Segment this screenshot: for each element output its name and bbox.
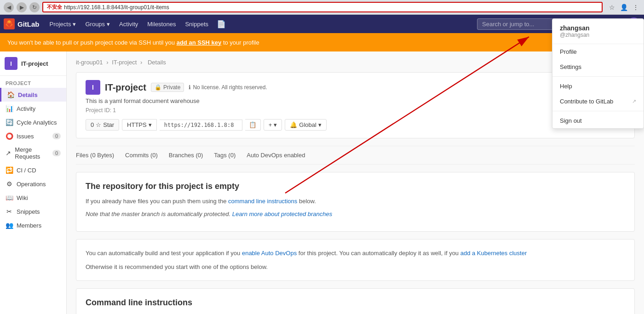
stat-tags[interactable]: Tags (0) bbox=[214, 152, 236, 159]
nav-icon-docs[interactable]: 📄 bbox=[213, 15, 230, 33]
global-button[interactable]: 🔔 Global ▾ bbox=[285, 119, 327, 131]
enable-autodevops-link[interactable]: enable Auto DevOps bbox=[242, 250, 297, 257]
operations-icon: ⚙ bbox=[6, 180, 13, 188]
dropdown-help-item[interactable]: Help bbox=[552, 79, 644, 94]
dropdown-signout-item[interactable]: Sign out bbox=[552, 113, 644, 128]
issues-icon: ⭕ bbox=[6, 132, 13, 140]
sidebar-item-ci-cd[interactable]: 🔁 CI / CD bbox=[0, 163, 66, 177]
milestones-nav-item[interactable]: Milestones bbox=[143, 15, 180, 33]
stats-bar: Files (0 Bytes) Commits (0) Branches (0)… bbox=[76, 146, 635, 165]
ssh-warning-banner: You won't be able to pull or push projec… bbox=[0, 33, 644, 51]
groups-chevron: ▾ bbox=[107, 21, 110, 28]
external-link-icon: ↗ bbox=[632, 98, 636, 104]
stat-files[interactable]: Files (0 Bytes) bbox=[76, 152, 114, 159]
sidebar-project-name: IT-project bbox=[21, 60, 48, 67]
license-badge: ℹ No license. All rights reserved. bbox=[189, 84, 267, 91]
groups-nav-item[interactable]: Groups ▾ bbox=[80, 15, 115, 33]
snippets-icon: ✂ bbox=[6, 208, 13, 215]
address-text: https://192.168.1.8:8443/it-group01/it-i… bbox=[64, 4, 169, 11]
sidebar-item-activity[interactable]: 📊 Activity bbox=[0, 102, 66, 115]
gitlab-logo[interactable]: GitLab bbox=[4, 18, 40, 29]
repo-actions: 0 ☆ Star HTTPS ▾ https://192.168.1.8:8 📋… bbox=[86, 119, 625, 131]
breadcrumb-current: Details bbox=[148, 59, 166, 66]
star-count: 0 ☆ Star bbox=[86, 119, 119, 131]
app-body: I IT-project Project 🏠 Details 📊 Activit… bbox=[0, 51, 644, 314]
sidebar-item-merge-requests[interactable]: ↗ Merge Requests 0 bbox=[0, 143, 66, 163]
menu-icon[interactable]: ⋮ bbox=[631, 3, 640, 12]
empty-repo-section: The repository for this project is empty… bbox=[76, 172, 635, 232]
sidebar-project-header: I IT-project bbox=[0, 51, 66, 76]
top-navigation: GitLab Projects ▾ Groups ▾ Activity Mile… bbox=[0, 15, 644, 33]
merge-requests-icon: ↗ bbox=[6, 149, 11, 157]
sidebar-item-details[interactable]: 🏠 Details bbox=[0, 88, 66, 102]
star-number: 0 bbox=[91, 121, 94, 128]
cli-instructions-link[interactable]: command line instructions bbox=[228, 198, 297, 205]
back-button[interactable]: ◀ bbox=[4, 2, 14, 12]
project-title-row: I IT-project 🔒 Private ℹ No license. All… bbox=[86, 80, 625, 95]
sidebar-item-wiki[interactable]: 📖 Wiki bbox=[0, 191, 66, 205]
sidebar-item-cycle-analytics[interactable]: 🔄 Cycle Analytics bbox=[0, 115, 66, 129]
clone-url-input[interactable]: https://192.168.1.8:8 bbox=[160, 120, 242, 131]
breadcrumb: it-group01 › IT-project › Details bbox=[76, 59, 635, 66]
issues-badge: 0 bbox=[52, 133, 61, 139]
empty-repo-title: The repository for this project is empty bbox=[86, 182, 625, 191]
dropdown-divider-2 bbox=[552, 111, 644, 111]
dropdown-header: zhangsan @zhangsan bbox=[552, 19, 644, 44]
snippets-nav-item[interactable]: Snippets bbox=[180, 15, 213, 33]
sidebar-project-icon: I bbox=[5, 57, 17, 70]
user-dropdown-menu: zhangsan @zhangsan Profile Settings Help… bbox=[552, 18, 644, 129]
protected-branches-link[interactable]: Learn more about protected branches bbox=[232, 211, 333, 217]
browser-chrome: ◀ ▶ ↻ 不安全 https://192.168.1.8:8443/it-gr… bbox=[0, 0, 644, 15]
project-description: This is a yaml format document warehouse bbox=[86, 97, 625, 104]
activity-icon: 📊 bbox=[6, 105, 13, 112]
stat-branches[interactable]: Branches (0) bbox=[169, 152, 203, 159]
project-id: Project ID: 1 bbox=[86, 107, 625, 114]
projects-nav-item[interactable]: Projects ▾ bbox=[45, 15, 81, 33]
address-bar[interactable]: 不安全 https://192.168.1.8:8443/it-group01/… bbox=[42, 2, 603, 12]
add-kubernetes-link[interactable]: add a Kubernetes cluster bbox=[460, 250, 527, 257]
autodevops-section: You can automatically build and test you… bbox=[76, 239, 635, 281]
breadcrumb-sep1: › bbox=[106, 59, 108, 66]
forward-button[interactable]: ▶ bbox=[17, 2, 27, 12]
sidebar: I IT-project Project 🏠 Details 📊 Activit… bbox=[0, 51, 67, 314]
add-ssh-key-link[interactable]: add an SSH key bbox=[177, 39, 222, 46]
security-warning: 不安全 bbox=[47, 4, 62, 11]
banner-text: You won't be able to pull or push projec… bbox=[7, 39, 259, 46]
protocol-selector[interactable]: HTTPS ▾ bbox=[122, 119, 157, 131]
star-icon: ☆ bbox=[96, 121, 101, 128]
stat-autodevops: Auto DevOps enabled bbox=[247, 152, 305, 159]
profile-icon-browser[interactable]: 👤 bbox=[619, 3, 628, 12]
dropdown-divider-1 bbox=[552, 76, 644, 77]
project-avatar: I bbox=[86, 80, 100, 95]
projects-chevron: ▾ bbox=[73, 21, 76, 28]
merge-requests-badge: 0 bbox=[52, 150, 61, 156]
sidebar-item-snippets[interactable]: ✂ Snippets bbox=[0, 205, 66, 218]
info-icon: ℹ bbox=[189, 84, 191, 91]
ci-cd-icon: 🔁 bbox=[6, 166, 13, 174]
private-badge: 🔒 Private bbox=[151, 83, 184, 92]
protected-branch-note: Note that the master branch is automatic… bbox=[86, 210, 625, 219]
add-chevron: ▾ bbox=[274, 121, 277, 128]
add-action-button[interactable]: + ▾ bbox=[264, 119, 282, 131]
sidebar-item-operations[interactable]: ⚙ Operations bbox=[0, 177, 66, 191]
bookmark-icon[interactable]: ☆ bbox=[607, 3, 616, 12]
reload-button[interactable]: ↻ bbox=[29, 2, 40, 12]
dropdown-contribute-item[interactable]: Contribute to GitLab ↗ bbox=[552, 94, 644, 109]
project-header-section: I IT-project 🔒 Private ℹ No license. All… bbox=[76, 72, 635, 138]
browser-icons: ☆ 👤 ⋮ bbox=[607, 3, 640, 12]
stat-commits[interactable]: Commits (0) bbox=[125, 152, 158, 159]
dropdown-username: zhangsan bbox=[560, 24, 636, 32]
breadcrumb-project[interactable]: IT-project bbox=[112, 59, 137, 66]
project-title: IT-project bbox=[105, 82, 146, 93]
breadcrumb-group[interactable]: it-group01 bbox=[76, 59, 103, 66]
copy-url-button[interactable]: 📋 bbox=[245, 119, 261, 131]
dropdown-settings-item[interactable]: Settings bbox=[552, 59, 644, 74]
sidebar-item-issues[interactable]: ⭕ Issues 0 bbox=[0, 129, 66, 143]
sidebar-project-section: Project bbox=[0, 76, 66, 88]
dropdown-profile-item[interactable]: Profile bbox=[552, 44, 644, 59]
autodevops-para1: You can automatically build and test you… bbox=[86, 249, 625, 258]
sidebar-item-members[interactable]: 👥 Members bbox=[0, 218, 66, 232]
activity-nav-item[interactable]: Activity bbox=[115, 15, 143, 33]
wiki-icon: 📖 bbox=[6, 194, 13, 201]
cli-section: Command line instructions Git global set… bbox=[76, 288, 635, 314]
